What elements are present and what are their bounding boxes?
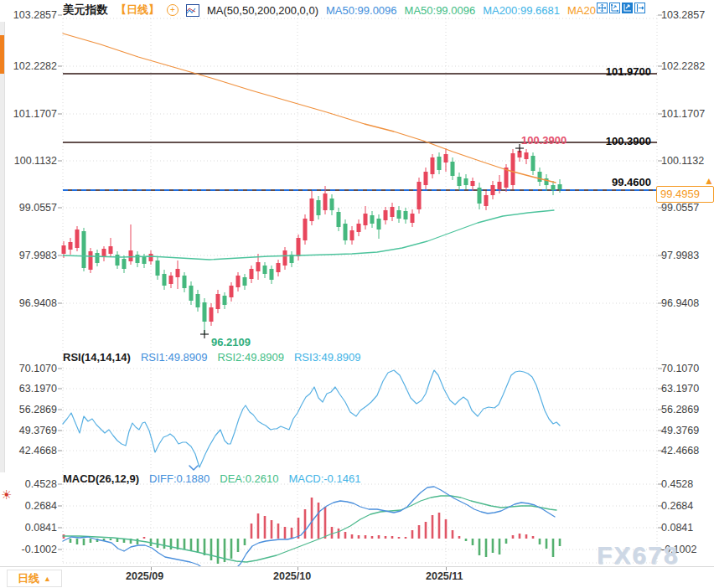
chart-canvas[interactable] [0,0,714,588]
candle-body [230,286,234,297]
axis-tick-label: 70.1070 [661,362,699,375]
macd-histogram-bar [452,530,454,539]
macd-histogram-bar [445,519,448,539]
period-selector-button[interactable]: 日线 ▲ [7,570,62,587]
axis-tick-label: 103.2857 [661,8,705,22]
macd-header: MACD(26,12,9) DIFF:0.1880 DEA:0.2610 MAC… [63,472,360,485]
axis-tick-label: 56.2869 [19,403,57,416]
candle-body [404,211,408,219]
axis-tick-label: 103.2857 [13,8,57,22]
macd-histogram-bar [519,534,521,539]
axis-tick-label: 0.2684 [661,499,693,513]
macd-histogram-bar [358,535,360,539]
candle-body [216,294,220,309]
axis-tick-label: 63.1970 [19,382,57,395]
rsi-header: RSI(14,14,14) RSI1:49.8909 RSI2:49.8909 … [63,351,360,364]
time-axis-label: 2025/09 [126,570,163,582]
axis-tick-label: 0.0841 [661,521,693,534]
candle-body [256,262,261,271]
macd-histogram-bar [184,539,186,549]
axis-tick-label: -0.1002 [22,543,57,556]
ma-value-3: MA200:99.6681 [483,4,560,17]
rsi3-value: RSI3:49.8909 [294,351,361,364]
add-indicator-icon[interactable]: + [167,4,178,16]
macd-histogram-bar [90,539,92,543]
macd-histogram-bar [411,530,414,539]
macd-histogram-bar [331,527,334,539]
macd-histogram-bar [204,539,206,555]
candle-body [317,200,321,215]
ma-value-4: MA20 [567,4,596,17]
indicator-settings-icon[interactable]: ☀ [1,488,12,502]
candle-body [471,181,475,186]
candle-body [250,269,254,279]
candle-body [330,199,334,210]
panel-collapse-chevron-icon [189,466,198,470]
candle-body [75,230,80,248]
chart-application: ☀ 美元指数 【日线】 + MA(50,50,200,200,0,0) MA50… [0,0,714,588]
macd-histogram-bar [438,513,441,539]
ma-formula: MA(50,50,200,200,0,0) [207,4,318,17]
candle-body [498,182,502,189]
macd-histogram-bar [458,536,461,539]
candle-body [69,242,73,250]
candle-body [89,251,93,270]
ma-value-2: MA50:99.0096 [405,4,476,17]
candle-body [478,188,482,204]
left-splitter[interactable] [0,22,5,472]
axis-tick-label: 96.9408 [661,297,699,310]
axis-tick-label: 99.0557 [661,201,699,214]
level-price-label: 99.4600 [530,176,651,188]
macd-histogram-bar [338,529,340,539]
chart-type-icon[interactable] [186,4,199,17]
axis-tick-label: 97.9983 [19,249,57,262]
symbol-name: 美元指数 [63,3,108,18]
rsi-title: RSI(14,14,14) [63,351,131,364]
axis-tick-label: 102.2282 [661,59,705,73]
axis-tick-label: 102.2282 [13,59,57,73]
macd-histogram-bar [197,539,199,553]
period-button-label: 日线 [18,571,39,586]
candle-body [96,253,100,263]
zoom-axis-icon[interactable] [609,3,620,13]
axis-tick-label: 49.3769 [19,424,57,437]
extreme-price-annotation: 96.2109 [211,337,251,348]
macd-histogram-bar [324,507,327,539]
ma200-line [63,34,556,183]
triangle-up-icon: ▲ [44,575,51,583]
macd-histogram-bar [371,536,374,539]
axis-tick-label: 0.4528 [25,477,57,491]
macd-diff-value: DIFF:0.1880 [149,472,210,485]
pan-crosshair-icon[interactable] [597,3,608,13]
macd-dif-line [63,487,555,572]
axis-tick-label: 0.2684 [25,499,57,513]
axis-tick-label: 70.1070 [19,362,57,375]
candle-body [163,274,167,286]
candle-body [525,152,529,159]
left-splitter-handle[interactable] [0,35,4,74]
candle-body [484,195,489,206]
macd-histogram-bar [237,539,240,552]
candle-body [263,266,267,274]
exit-right-icon[interactable] [634,3,645,13]
candle-body [176,269,180,277]
candle-body [437,157,442,170]
macd-histogram-bar [465,539,468,541]
macd-histogram-bar [539,539,541,544]
axis-tick-label: 101.1707 [661,107,705,121]
chart-toolbar [597,3,645,13]
axis-settings-icon[interactable] [622,3,633,13]
candle-body [277,263,281,272]
macd-histogram-bar [505,539,508,544]
macd-histogram-bar [479,539,481,555]
candle-body [270,269,274,280]
macd-histogram-bar [485,539,488,557]
macd-histogram-bar [291,528,293,539]
candle-body [411,214,415,223]
candle-body [203,302,207,322]
ma50-line [63,210,554,260]
macd-histogram-bar [512,535,515,539]
macd-histogram-bar [137,539,139,544]
macd-histogram-bar [304,509,307,539]
time-axis-label: 2025/10 [273,570,311,582]
